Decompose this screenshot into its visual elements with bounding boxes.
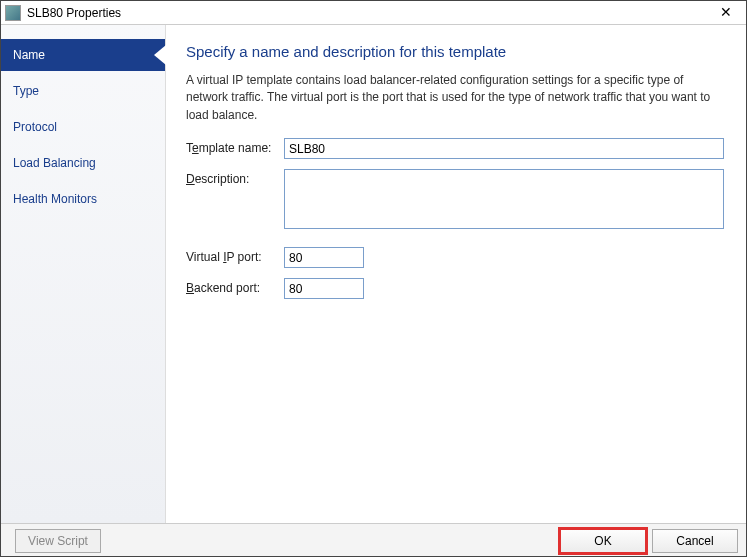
- sidebar-item-protocol[interactable]: Protocol: [1, 111, 165, 143]
- label-description: Description:: [186, 169, 284, 186]
- sidebar: Name Type Protocol Load Balancing Health…: [1, 25, 166, 523]
- sidebar-item-label: Type: [13, 84, 39, 98]
- ok-button[interactable]: OK: [560, 529, 646, 553]
- sidebar-item-label: Load Balancing: [13, 156, 96, 170]
- sidebar-item-label: Name: [13, 48, 45, 62]
- content-panel: Specify a name and description for this …: [166, 25, 746, 523]
- app-icon: [5, 5, 21, 21]
- sidebar-item-label: Protocol: [13, 120, 57, 134]
- row-description: Description:: [186, 169, 726, 229]
- cancel-button[interactable]: Cancel: [652, 529, 738, 553]
- row-template-name: Template name:: [186, 138, 726, 159]
- view-script-button[interactable]: View Script: [15, 529, 101, 553]
- description-input[interactable]: [284, 169, 724, 229]
- sidebar-item-label: Health Monitors: [13, 192, 97, 206]
- footer: View Script OK Cancel: [1, 523, 746, 557]
- backend-port-input[interactable]: [284, 278, 364, 299]
- close-button[interactable]: ✕: [706, 1, 746, 24]
- label-virtual-ip-port: Virtual IP port:: [186, 247, 284, 264]
- sidebar-item-load-balancing[interactable]: Load Balancing: [1, 147, 165, 179]
- label-backend-port: Backend port:: [186, 278, 284, 295]
- row-backend-port: Backend port:: [186, 278, 726, 299]
- label-template-name: Template name:: [186, 138, 284, 155]
- sidebar-item-health-monitors[interactable]: Health Monitors: [1, 183, 165, 215]
- template-name-input[interactable]: [284, 138, 724, 159]
- dialog-body: Name Type Protocol Load Balancing Health…: [1, 25, 746, 523]
- sidebar-item-type[interactable]: Type: [1, 75, 165, 107]
- page-intro: A virtual IP template contains load bala…: [186, 72, 726, 124]
- virtual-ip-port-input[interactable]: [284, 247, 364, 268]
- close-icon: ✕: [720, 4, 732, 20]
- sidebar-item-name[interactable]: Name: [1, 39, 165, 71]
- titlebar: SLB80 Properties ✕: [1, 1, 746, 25]
- window-title: SLB80 Properties: [27, 6, 121, 20]
- page-heading: Specify a name and description for this …: [186, 43, 726, 60]
- row-virtual-ip-port: Virtual IP port:: [186, 247, 726, 268]
